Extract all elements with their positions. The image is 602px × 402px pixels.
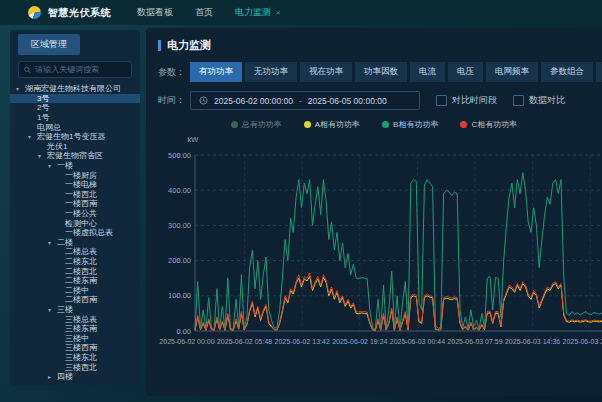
tree-search-box[interactable] — [18, 61, 132, 78]
chevron-down-icon[interactable]: ▾ — [48, 239, 57, 246]
chart-legend: 总有功功率A相有功功率B相有功功率C相有功功率 — [146, 110, 602, 130]
tree-node[interactable]: ▾宏健生物宿舍区 — [10, 151, 140, 161]
chart-tick-label: 100.00 — [168, 291, 191, 300]
date-separator: - — [299, 96, 302, 106]
param-tab[interactable]: 视在功率 — [300, 62, 352, 82]
title-accent-bar — [158, 40, 161, 51]
chart-tick-label: 0.00 — [176, 327, 191, 336]
legend-dot-icon — [304, 121, 311, 128]
legend-dot-icon — [382, 121, 389, 128]
compare-checkbox[interactable]: 对比时间段 — [436, 94, 497, 107]
tree-node-label: 四楼 — [57, 371, 73, 382]
chart-svg: 0.00100.00200.00300.00400.00500.00kW2025… — [146, 128, 602, 358]
chart-tick-label: 300.00 — [168, 221, 191, 230]
chart-tick-label: 2025-06-03 00:44 — [390, 338, 445, 345]
tree-node[interactable]: 2号 — [10, 103, 140, 113]
param-tab[interactable]: 无功功率 — [245, 62, 297, 82]
param-tab[interactable]: 电网频率 — [486, 62, 538, 82]
chevron-down-icon[interactable]: ▾ — [28, 133, 37, 140]
chart-tick-label: 500.00 — [168, 151, 191, 160]
date-start[interactable]: 2025-06-02 00:00:00 — [214, 96, 293, 106]
search-input[interactable] — [35, 65, 126, 74]
chevron-down-icon[interactable]: ▾ — [38, 152, 47, 159]
compare-options: 对比时间段数据对比 — [420, 94, 565, 107]
nav-tab-power-monitor[interactable]: 电力监测 × — [235, 6, 281, 19]
sidebar-tab-region-management[interactable]: 区域管理 — [18, 34, 80, 55]
legend-dot-icon — [460, 121, 467, 128]
chart-tick-label: 2025-06-02 05:48 — [217, 338, 272, 345]
date-range-picker[interactable]: 2025-06-02 00:00:00 - 2025-06-05 00:00:0… — [190, 91, 420, 110]
power-chart[interactable]: 0.00100.00200.00300.00400.00500.00kW2025… — [146, 128, 602, 363]
nav-item[interactable]: 首页 — [195, 6, 213, 19]
chevron-down-icon[interactable]: ▾ — [16, 85, 25, 92]
app-title: 智慧光伏系统 — [48, 6, 111, 20]
chart-tick-label: 2025-06-03 07:59 — [447, 338, 502, 345]
tree-node[interactable]: 3号 — [10, 94, 140, 104]
nav-menu: 数据看板首页 — [137, 6, 235, 19]
nav-tab-label: 电力监测 — [235, 6, 271, 19]
tree-node-label: 宏健生物宿舍区 — [47, 150, 103, 161]
app-logo-icon — [28, 6, 41, 19]
checkbox-box[interactable] — [513, 95, 524, 106]
chevron-down-icon[interactable]: ▾ — [48, 162, 57, 169]
compare-checkbox[interactable]: 数据对比 — [513, 94, 565, 107]
tree-node[interactable]: 一楼虚拟总表 — [10, 228, 140, 238]
chevron-down-icon[interactable]: ▾ — [48, 306, 57, 313]
checkbox-box[interactable] — [436, 95, 447, 106]
series-line-B相有功功率 — [195, 173, 602, 330]
chevron-right-icon[interactable]: ▸ — [48, 373, 57, 380]
top-navbar: 智慧光伏系统 数据看板首页 电力监测 × — [0, 0, 602, 25]
chart-tick-label: 2025-06-02 19:24 — [332, 338, 387, 345]
close-tab-icon[interactable]: × — [276, 8, 281, 17]
checkbox-label: 数据对比 — [529, 94, 565, 107]
param-tab[interactable]: 功率因数 — [355, 62, 407, 82]
chart-tick-label: 2025-06-03 20:53 — [563, 338, 602, 345]
param-tab[interactable]: 电流 — [410, 62, 445, 82]
param-tabs: 有功功率无功功率视在功率功率因数电流电压电网频率参数组合自定义指标 — [190, 62, 602, 82]
chart-tick-label: kW — [188, 135, 200, 144]
param-tab[interactable]: 有功功率 — [190, 62, 242, 82]
region-sidebar: 区域管理 ▾湖南宏健生物科技有限公司3号2号1号电网总▾宏健生物1号变压器光伏1… — [10, 30, 140, 386]
checkbox-label: 对比时间段 — [452, 94, 497, 107]
param-tab[interactable]: 参数组合 — [541, 62, 593, 82]
tree-node[interactable]: ▾宏健生物1号变压器 — [10, 132, 140, 142]
tree-node[interactable]: 二楼西南 — [10, 295, 140, 305]
params-label: 参数： — [158, 66, 190, 79]
tree-node[interactable]: 三楼西北 — [10, 362, 140, 372]
legend-dot-icon — [231, 121, 238, 128]
chart-tick-label: 200.00 — [168, 256, 191, 265]
date-end[interactable]: 2025-06-05 00:00:00 — [308, 96, 387, 106]
tree-node[interactable]: ▾湖南宏健生物科技有限公司 — [10, 84, 140, 94]
time-label: 时间： — [158, 94, 190, 107]
chart-tick-label: 2025-06-02 00:00 — [159, 338, 214, 345]
page-title: 电力监测 — [167, 38, 211, 53]
chart-tick-label: 400.00 — [168, 186, 191, 195]
param-tab[interactable]: 电压 — [448, 62, 483, 82]
param-tab[interactable]: 自定义指标 — [596, 62, 602, 82]
clock-icon — [199, 96, 208, 105]
nav-item[interactable]: 数据看板 — [137, 6, 173, 19]
power-monitor-panel: 电力监测 参数： 有功功率无功功率视在功率功率因数电流电压电网频率参数组合自定义… — [146, 28, 602, 396]
chart-tick-label: 2025-06-02 13:42 — [275, 338, 330, 345]
region-tree: ▾湖南宏健生物科技有限公司3号2号1号电网总▾宏健生物1号变压器光伏1▾宏健生物… — [10, 84, 140, 381]
search-icon — [24, 66, 31, 74]
chart-tick-label: 2025-06-03 14:36 — [505, 338, 560, 345]
tree-node[interactable]: 1号 — [10, 113, 140, 123]
tree-node[interactable]: ▸四楼 — [10, 372, 140, 382]
